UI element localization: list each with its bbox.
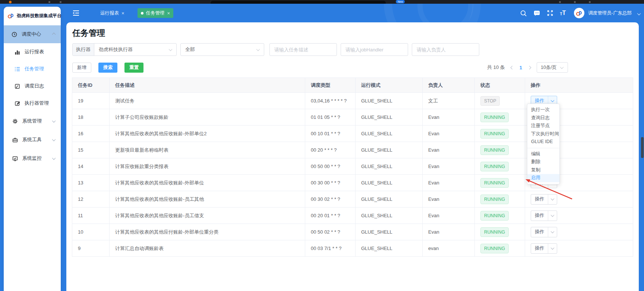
row-action-button[interactable]: 操作 — [531, 243, 557, 254]
cell-status: RUNNING — [475, 224, 525, 240]
owner-input[interactable] — [412, 43, 479, 56]
browser-icon-dot — [559, 1, 561, 3]
row-action-button[interactable]: 操作 — [531, 194, 557, 205]
column-header: 调度类型 — [305, 78, 356, 93]
action-button-label: 操作 — [531, 229, 548, 235]
sidebar-item-system-tools[interactable]: 系统工具 — [4, 130, 61, 149]
message-icon[interactable] — [533, 9, 540, 17]
sidebar-item-system-manage[interactable]: 系统管理 — [4, 112, 61, 130]
executor-select[interactable]: 执行器 劲虎科技执行器 — [72, 43, 177, 56]
cell-task-desc: 计算其他应收表的其他应收账龄-外部单位 — [110, 175, 305, 191]
cell-owner: Evan — [423, 224, 475, 240]
cell-owner: Evan — [423, 142, 475, 158]
cell-owner: Evan — [423, 208, 475, 224]
reset-button[interactable]: 重置 — [124, 63, 143, 73]
avatar[interactable] — [574, 8, 584, 18]
task-desc-input[interactable] — [269, 43, 337, 56]
search-icon[interactable] — [520, 9, 527, 17]
cell-status: RUNNING — [475, 158, 525, 175]
pagination-total: 共 10 条 — [487, 64, 505, 71]
cell-status: RUNNING — [475, 142, 525, 158]
tab-task-manage[interactable]: 任务管理× — [138, 8, 174, 18]
user-name[interactable]: 调度管理员-广东总部 — [588, 10, 632, 16]
cell-cron: 00 03 7/1 * * ? — [305, 240, 356, 257]
cell-actions: 操作 — [525, 191, 633, 208]
cell-task-desc: 计算应收账款重分类报表 — [110, 158, 305, 175]
tab-bar: 运行报表×任务管理× — [97, 8, 173, 18]
column-header: 操作 — [525, 78, 633, 93]
cell-cron: 00 20 01 * * ? — [305, 208, 356, 224]
fullscreen-icon[interactable] — [546, 9, 554, 17]
sidebar-item-dispatch-log[interactable]: 调度日志 — [4, 78, 61, 95]
sidebar-item-task-manage[interactable]: 任务管理 — [4, 60, 61, 78]
action-menu-item[interactable]: 删除 — [527, 158, 559, 166]
action-button-label: 操作 — [531, 196, 548, 202]
cell-task-id: 16 — [72, 126, 110, 142]
search-button[interactable]: 搜索 — [98, 63, 117, 73]
scrollbar-thumb[interactable] — [641, 137, 644, 158]
column-header: 任务ID — [72, 78, 110, 93]
sidebar-item-run-report[interactable]: 运行报表 — [4, 43, 61, 60]
cell-owner: 文工 — [423, 93, 475, 109]
job-handler-input[interactable] — [341, 43, 408, 56]
cell-run-mode: GLUE_SHELL — [356, 109, 423, 126]
row-action-button[interactable]: 操作 — [531, 227, 557, 237]
next-page-button[interactable] — [528, 66, 531, 69]
action-dropdown-menu: 执行一次查询日志注册节点下次执行时间GLUE IDE编辑删除复制启用 — [527, 104, 560, 184]
sidebar-item-executor-manage[interactable]: 执行器管理 — [4, 95, 61, 112]
cell-task-desc: 计算子公司应收账款账龄 — [110, 109, 305, 126]
chevron-down-icon — [548, 194, 557, 204]
chevron-down-icon[interactable] — [637, 12, 641, 15]
column-header: 状态 — [475, 78, 525, 93]
chevron-down-icon — [52, 156, 56, 160]
sidebar-item-dispatch-center[interactable]: 调度中心 — [4, 25, 61, 43]
chevron-down-icon — [548, 211, 557, 221]
add-button[interactable]: 新增 — [72, 63, 91, 73]
chevron-down-icon — [548, 227, 557, 237]
toolbar-row: 新增 搜索 重置 共 10 条 1 10条/页 — [72, 62, 633, 73]
action-menu-item[interactable]: 注册节点 — [527, 122, 559, 130]
action-menu-item[interactable]: GLUE IDE — [527, 138, 559, 146]
tab-label: 运行报表 — [100, 10, 119, 16]
page-size-select[interactable]: 10条/页 — [537, 62, 568, 73]
cell-task-desc: 计算其他应收表的其他应收账龄-员工借支 — [110, 208, 305, 224]
current-page[interactable]: 1 — [520, 65, 522, 70]
table-row: 9计算汇总自动调账龄表00 03 7/1 * * ?GLUE_SHELLevan… — [72, 240, 633, 257]
cell-cron: 00 50 00 * * ? — [305, 158, 356, 175]
browser-new-badge: New — [396, 0, 405, 3]
cell-run-mode: GLUE_SHELL — [356, 240, 423, 257]
sidebar-item-system-monitor[interactable]: 系统监控 — [4, 149, 61, 168]
page-title: 任务管理 — [72, 28, 639, 39]
tab-close-icon[interactable]: × — [167, 10, 170, 16]
tab-close-icon[interactable]: × — [121, 10, 124, 16]
cell-actions: 操作 — [525, 208, 633, 224]
status-badge: RUNNING — [480, 211, 509, 221]
font-size-icon[interactable]: TT — [560, 10, 566, 16]
sidebar-item-label: 系统监控 — [22, 155, 42, 162]
prev-page-button[interactable] — [511, 66, 514, 69]
action-menu-item[interactable]: 执行一次 — [527, 106, 559, 114]
briefcase-icon — [12, 137, 18, 143]
row-action-button[interactable]: 操作 — [531, 211, 557, 221]
cell-owner: Evan — [423, 158, 475, 175]
action-menu-item[interactable]: 查询日志 — [527, 114, 559, 122]
action-menu-item[interactable]: 启用 — [527, 174, 559, 182]
sidebar-collapse-icon[interactable] — [72, 10, 80, 16]
cell-run-mode: GLUE_SHELL — [356, 126, 423, 142]
cell-task-id: 10 — [72, 224, 110, 240]
status-select[interactable]: 全部 — [180, 43, 264, 56]
action-menu-item[interactable]: 编辑 — [527, 150, 559, 158]
cell-task-desc: 更新项目最新名称临时表 — [110, 142, 305, 158]
action-menu-item[interactable]: 复制 — [527, 166, 559, 174]
action-menu-item[interactable]: 下次执行时间 — [527, 130, 559, 138]
topbar: 运行报表×任务管理× TT 调度管理员-广 — [66, 4, 644, 22]
cell-cron: 00 30 00 * * ? — [305, 175, 356, 191]
tab-run-report[interactable]: 运行报表× — [97, 8, 128, 18]
cell-status: STOP — [475, 93, 525, 109]
doc-edit-icon — [14, 83, 20, 89]
cell-cron: 00 30 02 * * ? — [305, 191, 356, 208]
cell-status: RUNNING — [475, 126, 525, 142]
topbar-actions: TT 调度管理员-广东总部 — [520, 8, 644, 18]
chevron-down-icon — [52, 119, 56, 123]
status-badge: RUNNING — [480, 162, 509, 171]
